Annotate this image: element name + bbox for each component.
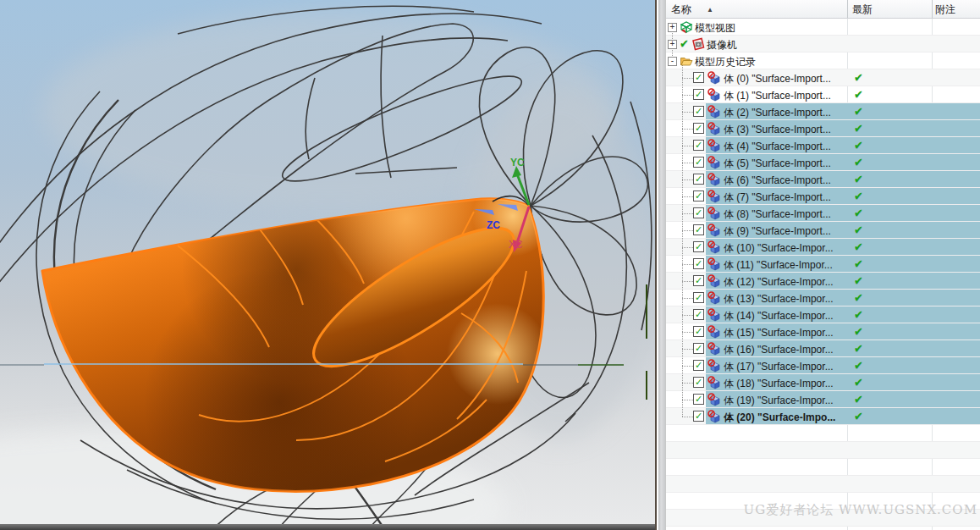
feature-label: 体 (9) "Surface-Import... xyxy=(724,224,831,239)
body-icon xyxy=(707,88,721,102)
feature-checkbox[interactable]: ✓ xyxy=(693,326,704,337)
xc-axis-label: XC xyxy=(509,239,523,251)
feature-row[interactable]: ✓体 (18) "Surface-Impor...✔ xyxy=(666,374,980,391)
feature-checkbox[interactable]: ✓ xyxy=(693,309,704,320)
graphics-viewport[interactable]: YC ZC XC xyxy=(0,0,657,530)
tree-connector xyxy=(682,247,693,248)
tree-connector xyxy=(682,78,693,79)
feature-row[interactable]: ✓体 (15) "Surface-Impor...✔ xyxy=(666,323,980,340)
feature-checkbox[interactable]: ✓ xyxy=(693,72,704,83)
column-header-latest[interactable]: 最新 xyxy=(852,3,873,17)
latest-check-icon: ✔ xyxy=(854,190,863,202)
body-icon xyxy=(707,274,721,288)
feature-checkbox[interactable]: ✓ xyxy=(693,275,704,286)
sort-ascending-icon[interactable]: ▲ xyxy=(707,6,713,14)
feature-label: 体 (4) "Surface-Import... xyxy=(724,140,831,154)
feature-label: 体 (0) "Surface-Import... xyxy=(724,72,831,86)
feature-row[interactable]: ✓体 (9) "Surface-Import...✔ xyxy=(666,222,980,239)
yc-axis-label: YC xyxy=(510,157,525,168)
feature-label: 体 (18) "Surface-Impor... xyxy=(724,377,834,391)
feature-checkbox[interactable]: ✓ xyxy=(693,174,704,185)
feature-row[interactable]: ✓体 (17) "Surface-Impor...✔ xyxy=(666,357,980,374)
feature-checkbox[interactable]: ✓ xyxy=(693,224,704,235)
camera-icon xyxy=(691,37,705,51)
body-icon xyxy=(707,240,721,254)
tree-node-2[interactable]: -模型历史记录 xyxy=(666,52,980,69)
body-icon xyxy=(707,207,721,220)
feature-checkbox[interactable]: ✓ xyxy=(693,411,704,422)
latest-check-icon: ✔ xyxy=(854,71,863,84)
navigator-tree: +模型视图+✔摄像机-模型历史记录✓体 (0) "Surface-Import.… xyxy=(666,19,980,530)
feature-row[interactable]: ✓体 (2) "Surface-Import...✔ xyxy=(666,103,980,120)
feature-row[interactable]: ✓体 (0) "Surface-Import...✔ xyxy=(666,69,980,86)
feature-checkbox[interactable]: ✓ xyxy=(693,394,704,405)
model-views-icon xyxy=(680,20,693,34)
feature-row[interactable]: ✓体 (14) "Surface-Impor...✔ xyxy=(666,306,980,323)
feature-row[interactable]: ✓体 (11) "Surface-Impor...✔ xyxy=(666,256,980,273)
tree-connector xyxy=(682,112,693,113)
latest-check-icon: ✔ xyxy=(854,156,863,168)
feature-label: 体 (11) "Surface-Impor... xyxy=(724,258,833,273)
header-divider xyxy=(847,0,848,18)
feature-checkbox[interactable]: ✓ xyxy=(693,258,704,269)
model-canvas: YC ZC XC xyxy=(0,0,657,530)
feature-row[interactable]: ✓体 (7) "Surface-Import...✔ xyxy=(666,188,980,205)
tree-connector xyxy=(682,129,693,130)
body-icon xyxy=(707,190,721,203)
tree-connector xyxy=(682,315,693,316)
feature-checkbox[interactable]: ✓ xyxy=(693,360,704,371)
feature-row[interactable]: ✓体 (3) "Surface-Import...✔ xyxy=(666,120,980,137)
panel-resize-sash[interactable] xyxy=(658,0,665,530)
feature-checkbox[interactable]: ✓ xyxy=(693,190,704,202)
feature-row[interactable]: ✓体 (13) "Surface-Impor...✔ xyxy=(666,290,980,306)
body-icon xyxy=(707,122,721,135)
latest-check-icon: ✔ xyxy=(854,139,863,152)
feature-row[interactable]: ✓体 (4) "Surface-Import...✔ xyxy=(666,137,980,154)
feature-checkbox[interactable]: ✓ xyxy=(693,292,704,303)
feature-checkbox[interactable]: ✓ xyxy=(693,89,704,100)
body-icon xyxy=(707,105,721,119)
expand-toggle[interactable]: + xyxy=(668,23,677,32)
feature-label: 体 (10) "Surface-Impor... xyxy=(724,241,834,256)
feature-checkbox[interactable]: ✓ xyxy=(693,377,704,388)
feature-row[interactable]: ✓体 (16) "Surface-Impor...✔ xyxy=(666,340,980,357)
column-header-notes[interactable]: 附注 xyxy=(935,3,955,17)
body-icon xyxy=(707,325,721,339)
tree-connector xyxy=(682,417,693,417)
tree-guide-line xyxy=(682,61,683,417)
feature-row[interactable]: ✓体 (1) "Surface-Import...✔ xyxy=(666,86,980,103)
status-check-icon: ✔ xyxy=(680,37,689,50)
latest-check-icon: ✔ xyxy=(854,88,863,101)
folder-open-icon xyxy=(680,54,693,68)
body-icon xyxy=(707,224,721,237)
feature-row[interactable]: ✓体 (10) "Surface-Impor...✔ xyxy=(666,239,980,256)
feature-row[interactable]: ✓体 (8) "Surface-Import...✔ xyxy=(666,205,980,222)
tree-node-1[interactable]: +✔摄像机 xyxy=(666,36,980,52)
tree-connector xyxy=(682,179,693,180)
feature-label: 体 (5) "Surface-Import... xyxy=(724,157,831,171)
tree-node-0[interactable]: +模型视图 xyxy=(666,19,980,36)
tree-connector xyxy=(682,400,693,400)
feature-row[interactable]: ✓体 (6) "Surface-Import...✔ xyxy=(666,171,980,188)
expand-toggle[interactable]: - xyxy=(668,57,677,66)
feature-checkbox[interactable]: ✓ xyxy=(693,241,704,252)
nx-window: YC ZC XC 名称 ▲ 最新 附注 +模型视图+✔摄像机-模型历史记录✓体 … xyxy=(0,0,980,530)
expand-toggle[interactable]: + xyxy=(668,40,677,49)
feature-checkbox[interactable]: ✓ xyxy=(693,106,704,117)
tree-connector xyxy=(682,383,693,384)
feature-checkbox[interactable]: ✓ xyxy=(693,123,704,134)
feature-checkbox[interactable]: ✓ xyxy=(693,343,704,354)
feature-checkbox[interactable]: ✓ xyxy=(693,140,704,151)
feature-row[interactable]: ✓体 (20) "Surface-Impo...✔ xyxy=(666,408,980,425)
feature-checkbox[interactable]: ✓ xyxy=(693,157,704,168)
latest-check-icon: ✔ xyxy=(854,173,863,185)
empty-row xyxy=(666,476,980,493)
feature-row[interactable]: ✓体 (12) "Surface-Impor...✔ xyxy=(666,273,980,290)
feature-row[interactable]: ✓体 (19) "Surface-Impor...✔ xyxy=(666,391,980,408)
body-icon xyxy=(707,393,721,406)
column-header-name[interactable]: 名称 xyxy=(671,3,691,17)
tree-connector xyxy=(682,146,693,146)
feature-checkbox[interactable]: ✓ xyxy=(693,207,704,218)
feature-row[interactable]: ✓体 (5) "Surface-Import...✔ xyxy=(666,154,980,171)
tree-node-label: 模型视图 xyxy=(695,21,735,36)
